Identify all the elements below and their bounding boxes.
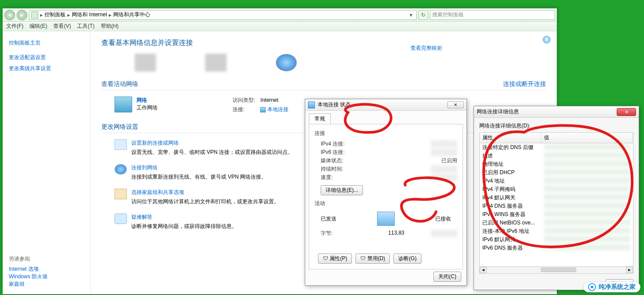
help-icon[interactable]: ? <box>543 36 551 44</box>
detail-prop-value <box>544 244 630 250</box>
detail-prop-value <box>544 177 630 183</box>
dialog-titlebar[interactable]: 本地连接 状态 ✕ <box>305 99 466 111</box>
status-row-value <box>431 140 457 148</box>
dialog-titlebar[interactable]: 网络连接详细信息 ✕ <box>474 106 639 118</box>
details-list-header: 属性 值 <box>479 132 633 143</box>
dialog-close-button[interactable]: ✕ <box>447 101 464 108</box>
refresh-button[interactable]: ↻ <box>418 10 428 20</box>
dialog-title: 网络连接详细信息 <box>477 108 519 116</box>
recv-label: 已接收 <box>435 215 451 223</box>
scroll-thumb[interactable] <box>541 268 576 272</box>
status-row-label: IPv4 连接: <box>321 140 345 148</box>
detail-row: IPv6 默认网关 <box>480 235 633 244</box>
new-connection-icon <box>115 139 127 150</box>
sent-label: 已发送 <box>321 215 337 223</box>
node-internet-icon <box>276 54 297 71</box>
detail-prop-value <box>544 169 630 175</box>
status-row-label: 持续时间: <box>321 165 343 173</box>
close-button[interactable]: 关闭(C) <box>433 272 461 282</box>
network-type: 工作网络 <box>137 105 158 111</box>
connection-icon <box>260 107 266 112</box>
horizontal-scrollbar[interactable]: ◄ ► <box>479 267 633 274</box>
see-also-internet-options[interactable]: Internet 选项 <box>9 265 84 273</box>
detail-prop-value <box>544 211 630 217</box>
watermark-text: 纯净系统之家 <box>599 283 636 291</box>
network-name[interactable]: 网络 <box>137 97 158 104</box>
detail-prop-name: 物理地址 <box>482 161 544 168</box>
menu-tools[interactable]: 工具(T) <box>77 22 94 30</box>
task-homegroup[interactable]: 选择家庭组和共享选项 <box>131 189 279 196</box>
connection-status-dialog: 本地连接 状态 ✕ 常规 连接 IPv4 连接: IPv6 连接: 媒体状态:已… <box>305 99 467 286</box>
menu-bar: 文件(F) 编辑(E) 查看(V) 工具(T) 帮助(H) <box>3 22 557 31</box>
crumb[interactable]: 网络和共享中心 <box>113 11 150 19</box>
detail-prop-value <box>544 202 630 209</box>
status-row-label: 速度: <box>321 174 333 181</box>
detail-prop-name: 已启用 DHCP <box>482 169 544 176</box>
breadcrumb-icon <box>31 11 38 19</box>
diagnose-button[interactable]: 诊断(G) <box>393 254 421 264</box>
menu-view[interactable]: 查看(V) <box>53 22 71 30</box>
view-full-map-link[interactable]: 查看完整映射 <box>411 45 442 52</box>
detail-row: 已启用 NetBIOS ove... <box>480 219 633 227</box>
detail-prop-name: IPv4 地址 <box>482 177 544 185</box>
menu-help[interactable]: 帮助(H) <box>101 22 119 30</box>
scroll-right-arrow[interactable]: ► <box>626 267 633 273</box>
detail-row: IPv6 DNS 服务器 <box>480 244 633 252</box>
sidebar: 控制面板主页 更改适配器设置 更改高级共享设置 另请参阅 Internet 选项… <box>3 31 91 294</box>
detail-row: 已启用 DHCP <box>480 168 633 177</box>
activity-icon <box>377 212 395 226</box>
disable-button[interactable]: 🛡 禁用(D) <box>355 254 390 264</box>
detail-row: 连接特定的 DNS 后缀 <box>480 143 633 152</box>
status-row-label: IPv6 连接: <box>321 149 345 156</box>
detail-prop-name: IPv4 WINS 服务器 <box>482 211 544 218</box>
bytes-recv <box>431 230 457 237</box>
detail-row: IPv4 地址 <box>480 177 633 185</box>
address-bar: ◄ ► ▸ 控制面板▸ 网络和 Internet▸ 网络和共享中心 ▾ ↻ 搜索… <box>3 8 557 22</box>
group-connection: 连接 <box>315 130 457 137</box>
access-type-value: Internet <box>260 97 278 103</box>
dialog-close-button[interactable]: ✕ <box>617 108 636 116</box>
detail-prop-name: 描述 <box>482 152 544 160</box>
network-map <box>101 52 546 76</box>
dialog-icon <box>308 101 315 108</box>
details-label: 网络连接详细信息(D): <box>479 122 633 130</box>
menu-file[interactable]: 文件(F) <box>6 22 23 30</box>
detail-row: 物理地址 <box>480 160 633 168</box>
sidebar-adapter-settings[interactable]: 更改适配器设置 <box>9 52 84 63</box>
detail-prop-name: IPv4 默认网关 <box>482 194 544 202</box>
nav-back-button[interactable]: ◄ <box>4 10 15 20</box>
task-desc: 连接到或重新连接到无线、有线、拨号或 VPN 网络连接。 <box>131 174 266 180</box>
status-row-value <box>431 174 457 181</box>
detail-prop-name: IPv6 默认网关 <box>482 236 544 243</box>
details-button[interactable]: 详细信息(E)... <box>321 185 363 195</box>
connect-disconnect-link[interactable]: 连接或断开连接 <box>503 80 546 88</box>
homegroup-icon <box>115 189 127 199</box>
detail-row: 描述 <box>480 152 633 160</box>
local-connection-link[interactable]: 本地连接 <box>267 106 289 112</box>
see-also-homegroup[interactable]: 家庭组 <box>9 280 84 288</box>
task-connect-network[interactable]: 连接到网络 <box>131 164 266 172</box>
sidebar-sharing-settings[interactable]: 更改高级共享设置 <box>9 63 84 74</box>
scroll-left-arrow[interactable]: ◄ <box>480 267 487 273</box>
detail-row: 连接-本地 IPv6 地址 <box>480 227 633 235</box>
crumb[interactable]: 网络和 Internet <box>72 11 107 19</box>
task-new-connection[interactable]: 设置新的连接或网络 <box>131 139 293 147</box>
detail-prop-value <box>544 194 630 200</box>
task-desc: 访问位于其他网络计算机上的文件和打印机，或更改共享设置。 <box>131 198 279 205</box>
breadcrumb-dropdown[interactable]: ▾ <box>407 12 415 18</box>
see-also-firewall[interactable]: Windows 防火墙 <box>9 273 84 280</box>
detail-prop-value <box>544 186 630 192</box>
search-input[interactable]: 搜索控制面板 <box>430 10 555 20</box>
detail-row: IPv4 默认网关 <box>480 194 633 202</box>
menu-edit[interactable]: 编辑(E) <box>30 22 47 30</box>
node-pc-icon <box>135 54 156 71</box>
properties-button[interactable]: 🛡 属性(P) <box>318 254 352 264</box>
task-troubleshoot[interactable]: 疑难解答 <box>131 213 237 221</box>
breadcrumb[interactable]: ▸ 控制面板▸ 网络和 Internet▸ 网络和共享中心 ▾ <box>29 10 417 20</box>
crumb[interactable]: 控制面板 <box>44 11 66 19</box>
details-listbox[interactable]: 连接特定的 DNS 后缀描述物理地址已启用 DHCPIPv4 地址IPv4 子网… <box>479 143 633 267</box>
tab-general[interactable]: 常规 <box>309 113 331 124</box>
nav-forward-button[interactable]: ► <box>17 10 27 20</box>
sidebar-home[interactable]: 控制面板主页 <box>9 37 84 49</box>
task-desc: 诊断并修复网络问题，或获得故障排除信息。 <box>131 223 237 229</box>
